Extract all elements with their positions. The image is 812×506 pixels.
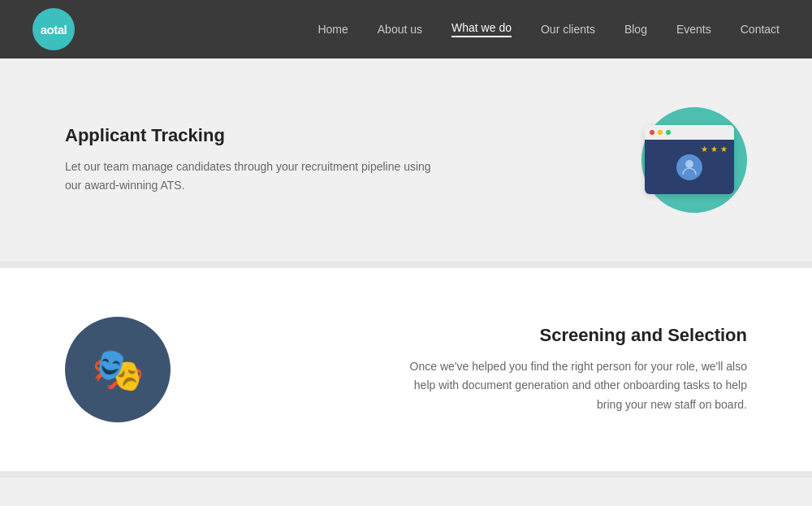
divider-2: [0, 471, 812, 478]
ats-screen-body: ★ ★ ★: [645, 140, 734, 194]
screening-body: Once we've helped you find the right per…: [406, 357, 747, 413]
applicant-tracking-section: Applicant Tracking Let our team manage c…: [0, 58, 812, 262]
header: aotal Home About us What we do Our clien…: [0, 0, 812, 58]
nav-clients[interactable]: Our clients: [541, 23, 595, 36]
ats-body: Let our team manage candidates through y…: [65, 158, 438, 195]
screening-title: Screening and Selection: [406, 325, 747, 346]
theater-icon: 🎭: [65, 317, 171, 422]
nav-home[interactable]: Home: [317, 23, 348, 36]
nav-events[interactable]: Events: [676, 23, 711, 36]
dot-green-icon: [666, 130, 671, 135]
screening-section: 🎭 Screening and Selection Once we've hel…: [0, 268, 812, 471]
ats-screen-bar: [645, 125, 734, 140]
svg-point-0: [685, 160, 693, 168]
person-icon: [676, 154, 702, 180]
ats-text: Applicant Tracking Let our team manage c…: [65, 125, 438, 195]
dot-red-icon: [650, 130, 654, 135]
ats-illustration: ★ ★ ★: [617, 107, 747, 213]
nav-what-we-do[interactable]: What we do: [451, 21, 512, 37]
hiring-section: Hiring & Onboarding Once we've helped yo…: [0, 478, 812, 506]
ats-screen: ★ ★ ★: [645, 125, 734, 194]
masks-icon: 🎭: [92, 345, 145, 395]
main-nav: Home About us What we do Our clients Blo…: [317, 21, 780, 37]
nav-about[interactable]: About us: [378, 23, 422, 36]
dot-yellow-icon: [658, 130, 663, 135]
nav-blog[interactable]: Blog: [624, 23, 647, 36]
divider-1: [0, 262, 812, 268]
ats-title: Applicant Tracking: [65, 125, 438, 146]
logo[interactable]: aotal: [32, 8, 75, 50]
stars-icon: ★ ★ ★: [701, 145, 728, 154]
screening-text: Screening and Selection Once we've helpe…: [406, 325, 747, 413]
nav-contact[interactable]: Contact: [741, 23, 780, 36]
